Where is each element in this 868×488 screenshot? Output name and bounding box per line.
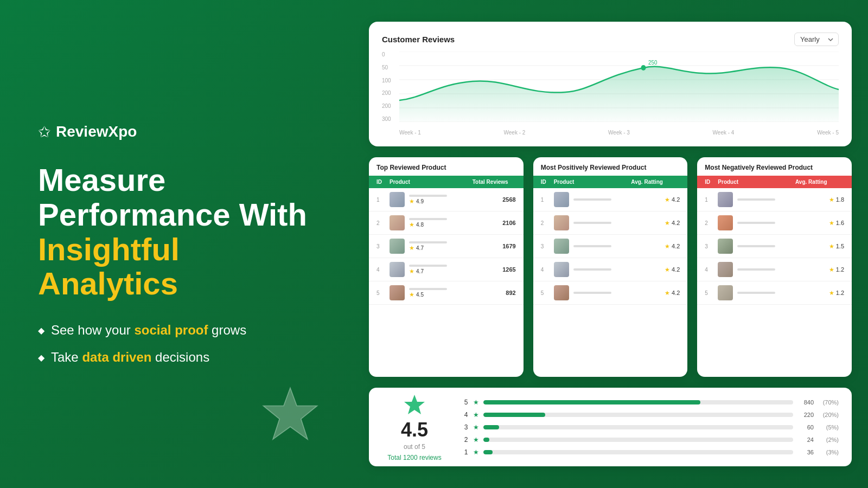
product-cell bbox=[718, 192, 795, 207]
rating-bar-row-5: 5 ★ 840 (70%) bbox=[463, 399, 839, 406]
bar-fill-4 bbox=[483, 413, 545, 417]
logo-text: ReviewXpo bbox=[56, 123, 137, 140]
top-reviewed-header: ID Product Total Reviews bbox=[369, 176, 524, 188]
product-cell: 4.5 bbox=[390, 285, 473, 300]
bar-track-1 bbox=[483, 450, 793, 454]
product-cell: 4.9 bbox=[390, 192, 473, 207]
bullet-diamond-1: ◆ bbox=[38, 325, 44, 336]
rating-bar-row-3: 3 ★ 60 (5%) bbox=[463, 423, 839, 431]
bullet-highlight-1: social proof bbox=[134, 323, 208, 337]
chart-header: Customer Reviews Yearly Monthly Weekly bbox=[382, 33, 839, 46]
product-thumb bbox=[554, 192, 569, 207]
logo-area: ✩ ReviewXpo bbox=[38, 123, 326, 141]
top-reviewed-card: Top Reviewed Product ID Product Total Re… bbox=[369, 157, 524, 377]
bullet-item-2: ◆ Take data driven decisions bbox=[38, 350, 326, 365]
th-product-2: Product bbox=[554, 179, 631, 185]
most-positive-body: 1 4.2 2 4.2 3 bbox=[533, 188, 688, 377]
most-negative-title: Most Negatively Reviewed Product bbox=[697, 157, 852, 176]
product-thumb bbox=[554, 262, 569, 277]
rating-bars: 5 ★ 840 (70%) 4 ★ 220 (20%) 3 ★ bbox=[463, 399, 839, 456]
product-cell bbox=[718, 262, 795, 277]
product-cell: 4.7 bbox=[390, 262, 473, 277]
table-row: 5 4.5 892 bbox=[369, 281, 524, 305]
most-positive-title: Most Positively Reviewed Product bbox=[533, 157, 688, 176]
headline-line3: Insightful Analytics bbox=[38, 232, 180, 301]
product-thumb bbox=[718, 262, 733, 277]
bar-track-3 bbox=[483, 425, 793, 429]
top-reviewed-title: Top Reviewed Product bbox=[369, 157, 524, 176]
rating-out-of: out of 5 bbox=[404, 443, 425, 451]
product-thumb bbox=[554, 239, 569, 254]
th-id-2: ID bbox=[541, 179, 554, 185]
rating-star-icon bbox=[403, 393, 426, 417]
table-row: 1 1.8 bbox=[697, 188, 852, 211]
chart-card: Customer Reviews Yearly Monthly Weekly 3… bbox=[369, 22, 852, 146]
bullet-text-1: See how your social proof grows bbox=[51, 323, 246, 338]
most-negative-card: Most Negatively Reviewed Product ID Prod… bbox=[697, 157, 852, 377]
table-row: 4 1.2 bbox=[697, 258, 852, 281]
th-product-3: Product bbox=[718, 179, 795, 185]
svg-marker-9 bbox=[404, 395, 425, 414]
rating-bar-row-1: 1 ★ 36 (3%) bbox=[463, 448, 839, 456]
th-product-1: Product bbox=[390, 179, 473, 185]
product-cell bbox=[554, 215, 631, 230]
product-cell bbox=[554, 239, 631, 254]
table-row: 3 4.7 1679 bbox=[369, 235, 524, 258]
table-row: 2 1.6 bbox=[697, 211, 852, 235]
tables-row: Top Reviewed Product ID Product Total Re… bbox=[369, 157, 852, 377]
headline-line1: Measure bbox=[38, 162, 165, 197]
table-row: 4 4.7 1265 bbox=[369, 258, 524, 281]
headline: Measure Performance With Insightful Anal… bbox=[38, 163, 326, 301]
rating-summary: 4.5 out of 5 Total 1200 reviews bbox=[382, 393, 447, 461]
product-thumb bbox=[718, 239, 733, 254]
table-row: 5 4.2 bbox=[533, 281, 688, 305]
left-panel: ✩ ReviewXpo Measure Performance With Ins… bbox=[0, 0, 358, 488]
chart-title: Customer Reviews bbox=[382, 35, 455, 44]
chart-y-labels: 300 200 200 100 50 0 bbox=[382, 52, 397, 122]
svg-marker-0 bbox=[264, 388, 317, 440]
product-thumb bbox=[390, 262, 405, 277]
chart-x-labels: Week - 1 Week - 2 Week - 3 Week - 4 Week… bbox=[399, 127, 839, 136]
table-row: 3 4.2 bbox=[533, 235, 688, 258]
decorative-star-icon bbox=[260, 385, 320, 445]
th-avg-pos: Avg. Ratting bbox=[631, 179, 680, 185]
th-id-3: ID bbox=[705, 179, 718, 185]
product-cell bbox=[718, 239, 795, 254]
bar-fill-3 bbox=[483, 425, 499, 429]
th-id-1: ID bbox=[376, 179, 390, 185]
table-row: 1 4.2 bbox=[533, 188, 688, 211]
rating-bar-row-2: 2 ★ 24 (2%) bbox=[463, 436, 839, 444]
product-cell bbox=[718, 215, 795, 230]
bar-fill-5 bbox=[483, 400, 700, 404]
svg-text:250: 250 bbox=[648, 60, 658, 66]
right-panel: Customer Reviews Yearly Monthly Weekly 3… bbox=[358, 0, 868, 488]
product-cell bbox=[554, 285, 631, 300]
table-row: 2 4.2 bbox=[533, 211, 688, 235]
bar-track-2 bbox=[483, 438, 793, 442]
table-row: 3 1.5 bbox=[697, 235, 852, 258]
product-thumb bbox=[390, 239, 405, 254]
product-cell bbox=[554, 192, 631, 207]
product-cell bbox=[718, 285, 795, 300]
most-positive-card: Most Positively Reviewed Product ID Prod… bbox=[533, 157, 688, 377]
bullet-list: ◆ See how your social proof grows ◆ Take… bbox=[38, 323, 326, 365]
rating-card: 4.5 out of 5 Total 1200 reviews 5 ★ 840 … bbox=[369, 388, 852, 466]
chart-area: 300 200 200 100 50 0 bbox=[382, 52, 839, 136]
top-reviewed-body: 1 4.9 2568 2 bbox=[369, 188, 524, 377]
rating-score: 4.5 bbox=[401, 420, 428, 440]
most-negative-header: ID Product Avg. Ratting bbox=[697, 176, 852, 188]
product-thumb bbox=[718, 192, 733, 207]
th-total-reviews: Total Reviews bbox=[473, 179, 516, 185]
bar-track-4 bbox=[483, 413, 793, 417]
rating-total: Total 1200 reviews bbox=[387, 454, 441, 461]
bullet-diamond-2: ◆ bbox=[38, 352, 44, 363]
bar-fill-2 bbox=[483, 438, 489, 442]
product-cell: 4.7 bbox=[390, 239, 473, 254]
most-positive-header: ID Product Avg. Ratting bbox=[533, 176, 688, 188]
product-thumb bbox=[554, 215, 569, 230]
bullet-text-2: Take data driven decisions bbox=[51, 350, 209, 365]
period-select[interactable]: Yearly Monthly Weekly bbox=[794, 33, 839, 46]
product-thumb bbox=[718, 285, 733, 300]
most-negative-body: 1 1.8 2 1.6 3 bbox=[697, 188, 852, 377]
bar-fill-1 bbox=[483, 450, 493, 454]
